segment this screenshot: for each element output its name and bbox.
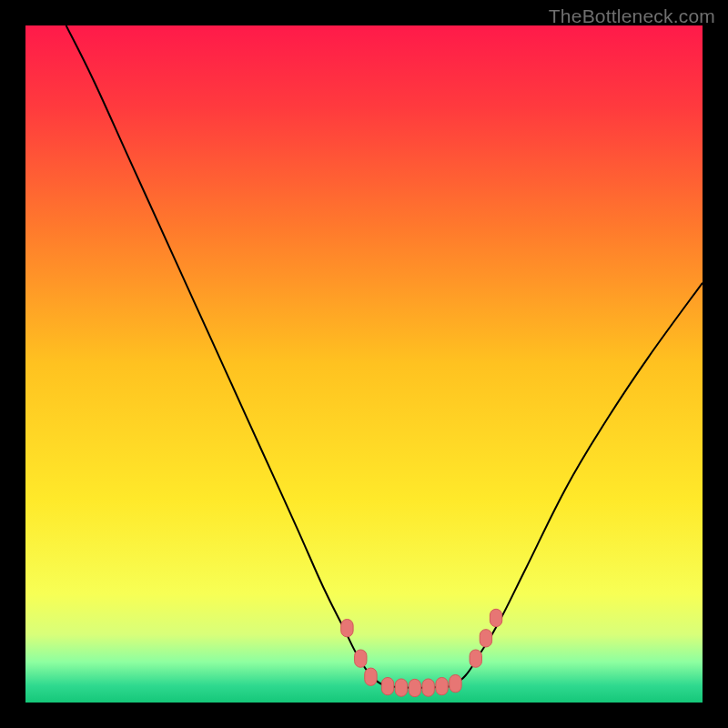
data-marker <box>450 674 461 692</box>
data-marker <box>381 677 393 694</box>
data-marker <box>365 668 377 685</box>
curve-path <box>66 25 703 688</box>
data-marker <box>409 679 420 696</box>
watermark-text: TheBottleneck.com <box>549 5 715 27</box>
data-marker <box>480 630 491 647</box>
data-marker <box>341 619 353 636</box>
plot-area <box>25 25 703 703</box>
bottleneck-curve <box>66 25 703 688</box>
data-marker <box>490 609 501 626</box>
data-marker <box>470 650 481 667</box>
data-marker <box>436 677 448 694</box>
data-marker <box>355 650 367 667</box>
curve-layer <box>25 25 703 703</box>
data-marker <box>395 679 407 696</box>
chart-frame: TheBottleneck.com <box>0 0 728 728</box>
data-markers <box>341 609 502 696</box>
data-marker <box>422 679 434 696</box>
